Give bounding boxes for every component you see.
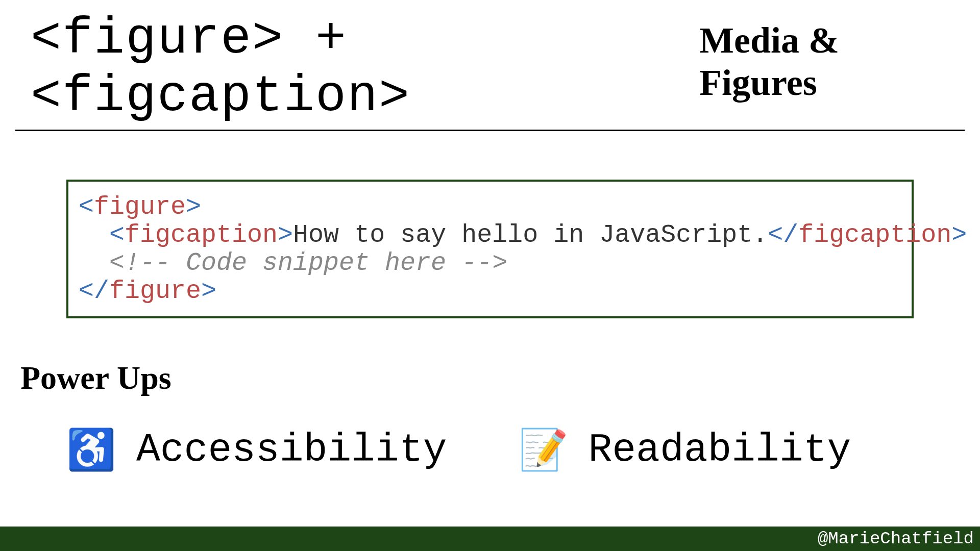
slide-footer: @MarieChatfield [0,527,980,551]
powerup-readability: 📝 Readability [519,428,851,472]
code-indent [79,220,109,249]
code-bracket: < [79,192,94,221]
memo-icon: 📝 [519,430,568,470]
code-tag: figcaption [798,220,951,249]
code-tag: figure [109,277,201,306]
powerup-label: Readability [589,428,851,472]
powerup-accessibility: ♿ Accessibility [66,428,447,472]
powerup-label: Accessibility [136,428,447,472]
code-bracket: > [201,277,216,306]
author-handle: @MarieChatfield [818,529,974,548]
accessibility-icon: ♿ [66,430,116,470]
powerups-row: ♿ Accessibility 📝 Readability [66,428,980,472]
code-indent [79,248,109,278]
code-tag: figcaption [125,220,278,249]
slide-header: <figure> + <figcaption> Media & Figures [15,0,965,131]
slide-subtitle: Media & Figures [699,19,949,104]
code-bracket: > [186,192,201,221]
code-tag: figure [94,192,186,221]
slide-title: <figure> + <figcaption> [31,10,699,126]
code-comment: <!-- Code snippet here --> [109,248,507,278]
code-bracket: </ [768,220,798,249]
code-example: <figure> <figcaption>How to say hello in… [66,180,914,318]
powerups-heading: Power Ups [20,359,980,397]
code-bracket: < [109,220,125,249]
code-bracket: > [278,220,293,249]
code-text: How to say hello in JavaScript. [293,220,768,249]
code-bracket: </ [79,277,109,306]
code-bracket: > [951,220,967,249]
